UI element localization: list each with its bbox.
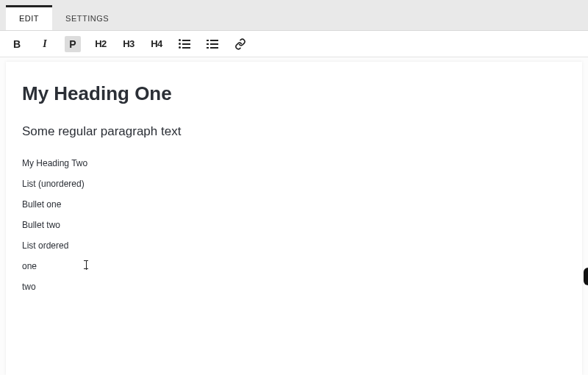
editor-page[interactable]: My Heading One Some regular paragraph te… — [6, 62, 582, 375]
text-cursor-icon — [82, 260, 90, 271]
link-icon — [234, 38, 246, 50]
content-line[interactable]: List (unordered) — [22, 179, 566, 189]
tab-edit[interactable]: EDIT — [6, 5, 52, 30]
unordered-list-button[interactable] — [176, 36, 193, 52]
ordered-list-button[interactable] — [204, 36, 220, 52]
h2-button[interactable]: H2 — [93, 36, 109, 52]
content-line[interactable]: List ordered — [22, 240, 566, 251]
content-line[interactable]: My Heading Two — [22, 158, 566, 168]
unordered-list-icon — [179, 40, 190, 49]
content-line[interactable]: Bullet one — [22, 199, 566, 210]
content-line[interactable]: Bullet two — [22, 220, 566, 230]
editor-area: My Heading One Some regular paragraph te… — [0, 57, 588, 375]
content-line[interactable]: one — [22, 261, 566, 271]
heading-one[interactable]: My Heading One — [22, 82, 566, 105]
h3-button[interactable]: H3 — [121, 36, 137, 52]
side-handle[interactable] — [584, 268, 588, 285]
paragraph-button[interactable]: P — [65, 36, 81, 52]
bold-button[interactable]: B — [9, 36, 25, 52]
content-line[interactable]: two — [22, 282, 566, 292]
link-button[interactable] — [232, 36, 248, 52]
tab-settings[interactable]: SETTINGS — [52, 5, 122, 30]
tab-bar: EDIT SETTINGS — [0, 0, 588, 31]
content-line-text: one — [22, 261, 37, 271]
paragraph-text[interactable]: Some regular paragraph text — [22, 124, 566, 139]
toolbar: B I P H2 H3 H4 — [0, 31, 588, 57]
ordered-list-icon — [207, 40, 218, 49]
italic-button[interactable]: I — [37, 36, 53, 52]
h4-button[interactable]: H4 — [148, 36, 165, 52]
